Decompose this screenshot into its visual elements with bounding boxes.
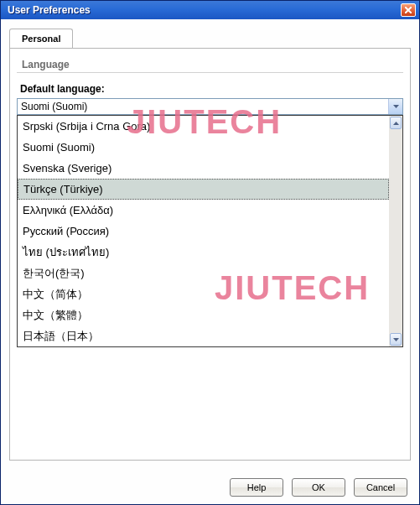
chevron-down-icon bbox=[393, 105, 399, 108]
language-field: Suomi (Suomi) Srpski (Srbija i Crna Gora… bbox=[17, 98, 403, 115]
tab-personal[interactable]: Personal bbox=[9, 29, 73, 49]
combo-button[interactable] bbox=[388, 99, 402, 114]
language-option[interactable]: 한국어(한국) bbox=[18, 263, 389, 284]
language-option[interactable]: Türkçe (Türkiye) bbox=[18, 179, 389, 200]
tab-content: Language Default language: Suomi (Suomi)… bbox=[9, 48, 411, 461]
close-icon bbox=[405, 7, 412, 13]
dialog-user-preferences: User Preferences Personal Language Defau… bbox=[0, 0, 420, 505]
button-bar: Help OK Cancel bbox=[1, 471, 419, 504]
language-option[interactable]: Suomi (Suomi) bbox=[18, 137, 389, 158]
help-button[interactable]: Help bbox=[230, 478, 283, 497]
language-option[interactable]: 中文（繁體） bbox=[18, 305, 389, 325]
ok-button[interactable]: OK bbox=[292, 478, 345, 497]
close-button[interactable] bbox=[401, 3, 416, 17]
scroll-up-button[interactable] bbox=[390, 117, 402, 129]
language-option[interactable]: Русский (Россия) bbox=[18, 221, 389, 242]
chevron-down-icon bbox=[393, 338, 399, 341]
language-option[interactable]: ไทย (ประเทศไทย) bbox=[18, 242, 389, 263]
language-option[interactable]: Ελληνικά (Ελλάδα) bbox=[18, 200, 389, 221]
language-option[interactable]: 中文（简体） bbox=[18, 284, 389, 305]
language-option[interactable]: Srpski (Srbija i Crna Gora) bbox=[18, 116, 389, 137]
section-title: Language bbox=[17, 59, 403, 73]
language-dropdown: Srpski (Srbija i Crna Gora)Suomi (Suomi)… bbox=[17, 115, 403, 347]
titlebar: User Preferences bbox=[1, 1, 419, 19]
language-combo[interactable]: Suomi (Suomi) bbox=[17, 98, 403, 115]
option-list: Srpski (Srbija i Crna Gora)Suomi (Suomi)… bbox=[18, 116, 389, 346]
cancel-button[interactable]: Cancel bbox=[354, 478, 407, 497]
scroll-down-button[interactable] bbox=[390, 333, 402, 346]
dropdown-scrollbar[interactable] bbox=[389, 116, 402, 346]
language-option[interactable]: Svenska (Sverige) bbox=[18, 158, 389, 179]
language-option[interactable]: 日本語（日本） bbox=[18, 325, 389, 346]
window-title: User Preferences bbox=[4, 4, 401, 16]
content-area: Personal Language Default language: Suom… bbox=[1, 19, 419, 471]
language-selected: Suomi (Suomi) bbox=[18, 101, 388, 112]
tab-row: Personal bbox=[9, 28, 411, 48]
field-label: Default language: bbox=[12, 83, 408, 98]
chevron-up-icon bbox=[393, 122, 399, 125]
